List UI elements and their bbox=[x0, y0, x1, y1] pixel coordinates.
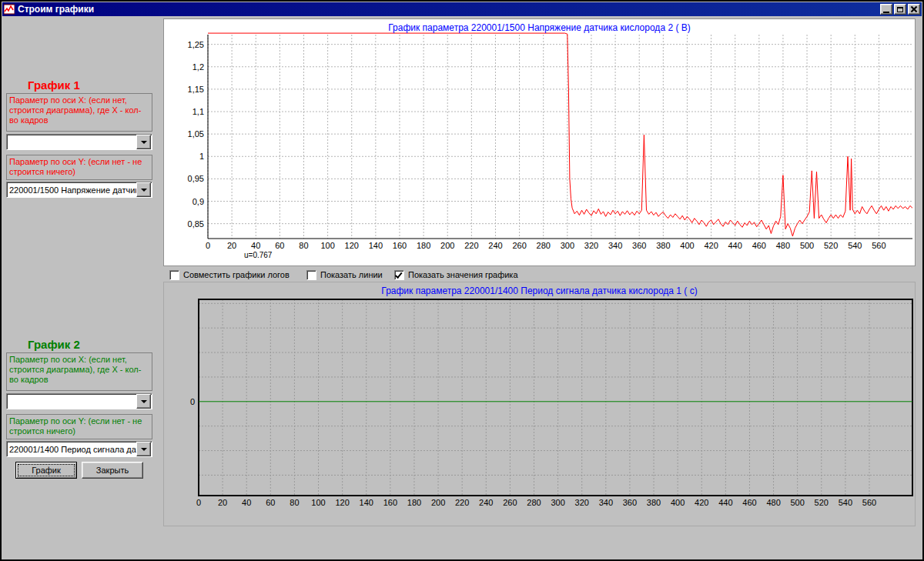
x-tick-label: 40 bbox=[242, 498, 251, 507]
x-tick-label: 180 bbox=[407, 498, 421, 507]
close-button[interactable] bbox=[908, 4, 920, 15]
x-tick-label: 420 bbox=[704, 241, 718, 250]
y-tick-label: 1,2 bbox=[192, 62, 204, 72]
x-tick-label: 80 bbox=[299, 241, 308, 250]
graph2-x-combobox[interactable] bbox=[6, 393, 152, 409]
x-tick-label: 300 bbox=[551, 498, 564, 507]
y-tick-label: 0,9 bbox=[192, 197, 204, 206]
graph1-y-group: Параметр по оси Y: (если нет - не строит… bbox=[6, 155, 152, 180]
chevron-down-icon bbox=[141, 141, 147, 144]
minimize-icon bbox=[883, 12, 889, 13]
y-tick-label: 1 bbox=[199, 152, 204, 161]
close-icon bbox=[911, 6, 917, 12]
x-tick-label: 0 bbox=[206, 241, 210, 250]
chart1-plot[interactable]: 0204060801001201401601802002202402602803… bbox=[164, 19, 915, 265]
x-tick-label: 100 bbox=[320, 241, 334, 250]
app-window: { "window": { "title": "Строим графики" … bbox=[0, 0, 924, 561]
graph2-heading: График 2 bbox=[28, 338, 80, 351]
x-tick-label: 220 bbox=[455, 498, 469, 507]
graph1-x-combobox[interactable] bbox=[6, 134, 152, 150]
x-tick-label: 520 bbox=[824, 241, 838, 250]
graph1-x-group: Параметр по оси X: (если нет, строится д… bbox=[6, 93, 152, 132]
x-tick-label: 460 bbox=[752, 241, 766, 250]
chevron-down-icon bbox=[141, 448, 147, 451]
chart2-plot[interactable]: 0204060801001201401601802002202402602803… bbox=[164, 282, 915, 526]
chevron-down-icon bbox=[141, 189, 147, 192]
x-tick-label: 560 bbox=[872, 241, 886, 250]
cursor-value-label: u=0.767 bbox=[244, 251, 272, 259]
x-tick-label: 240 bbox=[488, 241, 502, 250]
x-tick-label: 300 bbox=[561, 241, 574, 250]
y-tick-label: 1,1 bbox=[192, 107, 204, 116]
plot-frame bbox=[199, 299, 912, 496]
maximize-icon bbox=[897, 7, 903, 12]
graph2-y-group: Параметр по оси Y: (если нет - не строит… bbox=[6, 414, 152, 439]
y-tick-label: 1,05 bbox=[188, 129, 204, 139]
chart1-panel: 0204060801001201401601802002202402602803… bbox=[163, 18, 916, 266]
x-tick-label: 380 bbox=[647, 498, 661, 507]
check-icon bbox=[395, 270, 403, 278]
x-tick-label: 60 bbox=[266, 498, 275, 507]
x-tick-label: 280 bbox=[537, 241, 551, 250]
x-tick-label: 260 bbox=[503, 498, 517, 507]
chart2-panel: 0204060801001201401601802002202402602803… bbox=[163, 282, 916, 526]
graph1-y-combobox[interactable]: 220001/1500 Напряжение датчика bbox=[6, 182, 152, 198]
app-icon bbox=[4, 4, 15, 15]
checkbox-show-values[interactable]: Показать значения графика bbox=[394, 269, 518, 280]
checkbox-label: Совместить графики логов bbox=[183, 270, 290, 279]
x-tick-label: 540 bbox=[848, 241, 862, 250]
checkbox-box bbox=[394, 270, 404, 280]
x-tick-label: 80 bbox=[290, 498, 299, 507]
graph1-heading: График 1 bbox=[28, 78, 80, 92]
minimize-button[interactable] bbox=[880, 4, 892, 15]
checkbox-label: Показать линии bbox=[320, 270, 383, 279]
x-tick-label: 120 bbox=[335, 498, 349, 507]
x-tick-label: 120 bbox=[345, 241, 359, 250]
graph1-y-group-label: Параметр по оси Y: (если нет - не строит… bbox=[9, 157, 142, 176]
graph1-x-group-label: Параметр по оси X: (если нет, строится д… bbox=[9, 95, 141, 125]
maximize-button[interactable] bbox=[894, 4, 906, 15]
graph2-y-group-label: Параметр по оси Y: (если нет - не строит… bbox=[9, 416, 142, 436]
graph1-y-dropdown-button[interactable] bbox=[136, 182, 151, 197]
x-tick-label: 200 bbox=[431, 498, 445, 507]
x-tick-label: 240 bbox=[479, 498, 493, 507]
x-tick-label: 480 bbox=[776, 241, 790, 250]
x-tick-label: 340 bbox=[608, 241, 622, 250]
x-tick-label: 420 bbox=[695, 498, 708, 507]
x-tick-label: 140 bbox=[369, 241, 383, 250]
x-tick-label: 560 bbox=[862, 498, 876, 507]
x-tick-label: 360 bbox=[632, 241, 646, 250]
x-tick-label: 320 bbox=[575, 498, 589, 507]
x-tick-label: 20 bbox=[218, 498, 227, 507]
x-tick-label: 160 bbox=[383, 498, 397, 507]
checkbox-box bbox=[169, 270, 179, 280]
x-tick-label: 20 bbox=[227, 241, 236, 250]
x-tick-label: 100 bbox=[311, 498, 325, 507]
checkbox-show-lines[interactable]: Показать линии bbox=[306, 269, 383, 280]
x-tick-label: 400 bbox=[680, 241, 694, 250]
graph2-y-combobox-value: 220001/1400 Период сигнала датч bbox=[7, 445, 136, 454]
x-tick-label: 540 bbox=[839, 498, 852, 507]
y-tick-label: 0,95 bbox=[188, 174, 204, 183]
x-tick-label: 500 bbox=[800, 241, 814, 250]
x-tick-label: 380 bbox=[656, 241, 670, 250]
checkbox-combine-logs[interactable]: Совместить графики логов bbox=[169, 269, 290, 280]
x-tick-label: 440 bbox=[728, 241, 742, 250]
x-tick-label: 340 bbox=[599, 498, 613, 507]
y-tick-label: 0,85 bbox=[188, 219, 204, 229]
graph2-x-dropdown-button[interactable] bbox=[136, 394, 151, 409]
titlebar[interactable]: Строим графики bbox=[2, 2, 922, 16]
graph2-y-dropdown-button[interactable] bbox=[136, 442, 151, 456]
close-window-button[interactable]: Закрыть bbox=[82, 462, 143, 479]
y-tick-label: 1,25 bbox=[188, 40, 204, 49]
plot-button[interactable]: График bbox=[15, 462, 77, 479]
graph1-x-dropdown-button[interactable] bbox=[136, 135, 151, 149]
graph2-y-combobox[interactable]: 220001/1400 Период сигнала датч bbox=[6, 441, 152, 457]
x-tick-label: 520 bbox=[815, 498, 829, 507]
x-tick-label: 140 bbox=[360, 498, 373, 507]
x-tick-label: 60 bbox=[275, 241, 284, 250]
x-tick-label: 160 bbox=[393, 241, 407, 250]
y-tick-label: 1,15 bbox=[188, 85, 204, 94]
window-controls bbox=[880, 4, 920, 15]
graph2-x-group: Параметр по оси X: (если нет, строится д… bbox=[6, 352, 152, 391]
